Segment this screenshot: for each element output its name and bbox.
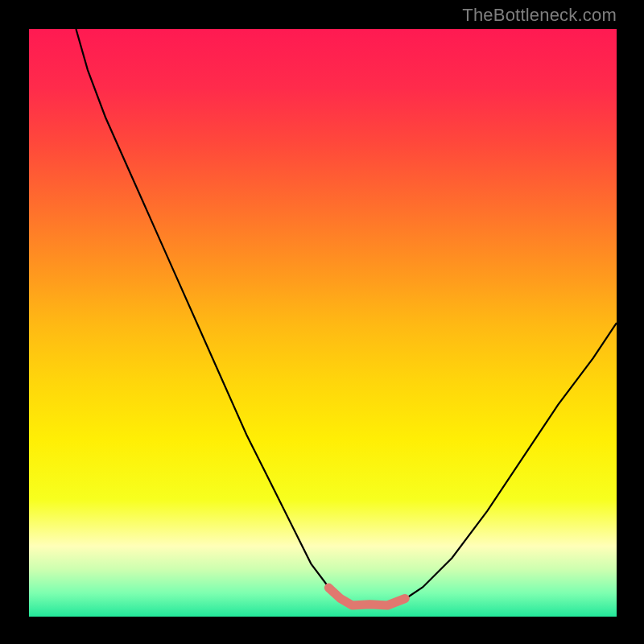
gradient-background	[29, 29, 617, 617]
watermark-text: TheBottleneck.com	[462, 5, 617, 26]
chart-frame: TheBottleneck.com	[0, 0, 644, 644]
plot-area	[29, 29, 617, 617]
plot-svg	[29, 29, 617, 617]
